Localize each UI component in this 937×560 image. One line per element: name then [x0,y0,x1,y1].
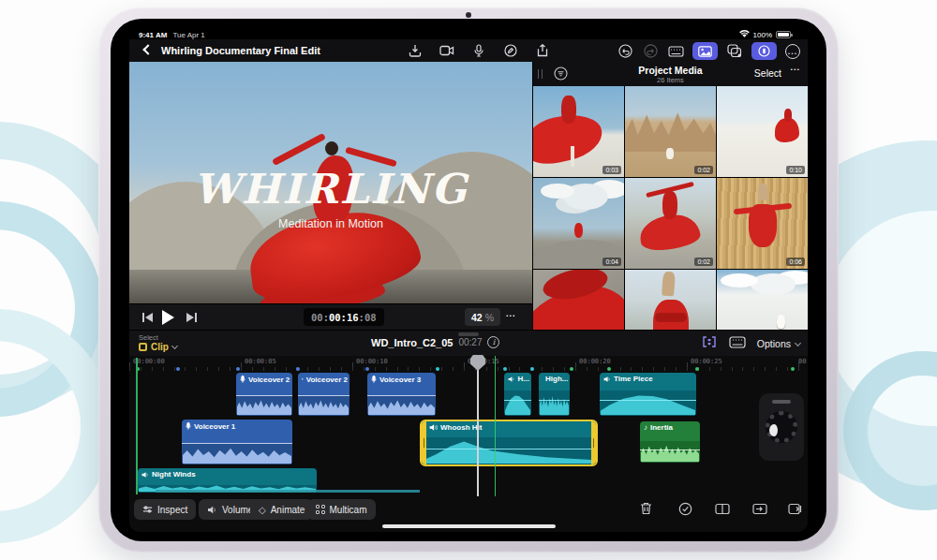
music-note-icon: ♪ [644,423,647,432]
timeline-clip[interactable]: High... [539,373,570,416]
connect-clip-icon[interactable] [714,500,731,517]
clip-duration-badge: 0:04 [602,258,621,266]
media-thumbnail[interactable] [717,270,808,330]
title-overlay: WHIRLING [129,165,532,213]
bottom-toolbar: Inspect Volume ◇ Animate Multicam [129,496,808,524]
append-clip-icon[interactable] [787,500,804,517]
wifi-icon [739,30,750,39]
clip-duration-badge: 0:02 [694,166,713,174]
jog-pointer [769,424,778,436]
keyframe-marker [530,367,534,371]
multicam-grid-icon [316,505,325,514]
media-thumbnail[interactable]: 0:06 [717,178,808,269]
media-thumbnail[interactable]: 0:02 [625,86,716,177]
media-more-icon[interactable]: ... [790,66,800,69]
ruler-label: 00:00:30 [798,358,808,365]
timecode-display[interactable]: 00:00:16:08 [304,308,384,326]
dancer-arm-left [272,133,326,166]
keyframe-marker [570,367,573,371]
jog-wheel[interactable] [759,393,804,461]
media-thumbnail[interactable] [533,270,624,330]
insert-clip-icon[interactable] [751,500,768,517]
keyframe-marker [791,367,795,371]
timeline-clip-duration: 00:27 [458,337,482,347]
playhead-line[interactable] [477,358,479,496]
multicam-button[interactable]: Multicam [307,499,376,520]
keyframe-marker [607,367,611,371]
timeline-mode-label: Select [139,333,158,342]
animate-button[interactable]: ◇ Animate [250,499,313,520]
keyframe-diamond-icon: ◇ [259,505,266,515]
timeline-clip[interactable]: Voiceover 2 [236,373,292,416]
timeline-clip[interactable]: Voiceover 3 [367,373,436,416]
video-viewer[interactable]: WHIRLING Meditation in Motion [129,62,532,303]
media-browser-icon[interactable] [692,42,718,60]
ruler-label: 00:00:25 [691,358,722,365]
trim-handle-left[interactable] [422,421,426,464]
live-drawing-icon[interactable] [502,42,519,59]
status-date: Tue Apr 1 [172,31,204,39]
undo-icon[interactable] [617,43,633,60]
select-tool-icon [139,343,147,351]
timeline-clip[interactable]: Time Piece [600,373,696,416]
viewer-more-icon[interactable]: ... [506,312,516,316]
approve-check-icon[interactable] [677,500,693,517]
speaker-icon [207,506,217,514]
options-dropdown[interactable]: Options [757,338,800,349]
skimmer-line [495,356,496,496]
inspector-icon[interactable] [751,42,777,60]
inspect-icon [142,505,153,514]
timeline-header: Select Clip WD_Intro_C2_05 00:27 i Opt [129,330,808,356]
timeline-overview-icon[interactable] [701,335,718,352]
ruler-label: 00:00:10 [356,358,388,365]
share-icon[interactable] [534,42,551,59]
zoom-level-control[interactable]: 42 % [465,308,500,326]
chevron-down-icon [171,343,178,349]
ruler-label: 00:00:00 [133,358,165,365]
timeline-clip[interactable]: Voiceover 2 [298,373,350,416]
timeline-ruler[interactable]: 00:00:00 00:00:05 00:00:10 00:00:15 00:0… [129,356,808,371]
clip-appearance-icon[interactable] [729,335,746,352]
media-panel-header: Project Media 26 Items Select ... [533,62,808,86]
back-chevron-icon[interactable] [142,44,153,54]
media-thumbnail[interactable]: 0:03 [533,86,624,177]
tool-selector[interactable]: Clip [139,342,177,352]
previous-frame-icon[interactable] [142,313,154,322]
clip-duration-badge: 0:06 [786,258,805,266]
timeline-clip-selected[interactable]: Whoosh Hit [420,420,598,466]
app-toolbar: Whirling Documentary Final Edit [129,39,808,62]
trim-handle-right[interactable] [591,421,596,464]
clip-duration-badge: 0:02 [694,258,713,266]
keyframe-marker [176,367,180,371]
battery-percent: 100% [753,31,772,39]
keyboard-icon[interactable] [667,43,684,60]
status-time: 9:41 AM [139,31,167,39]
timeline-clip[interactable]: ♪Inertia [640,421,700,463]
media-thumbnail[interactable] [625,270,716,330]
inspect-button[interactable]: Inspect [134,499,196,520]
media-thumbnail[interactable]: 0:10 [717,86,808,177]
more-menu-icon[interactable]: ... [785,44,800,59]
media-thumbnail[interactable]: 0:02 [625,178,716,269]
front-camera [466,12,471,18]
timeline-clip[interactable]: Voiceover 1 [182,420,292,464]
delete-icon[interactable] [637,500,654,517]
clips-overlay-icon[interactable] [726,43,743,60]
timeline-clip[interactable]: H... [504,373,531,416]
next-frame-icon[interactable] [186,313,197,322]
keyframe-marker [695,367,699,371]
media-thumbnail[interactable]: 0:04 [533,178,624,269]
chevron-down-icon [795,339,801,346]
timeline-clip-name: WD_Intro_C2_05 [371,337,453,348]
info-icon[interactable]: i [487,336,499,348]
import-icon[interactable] [407,42,424,59]
select-button[interactable]: Select [754,67,781,79]
record-video-icon[interactable] [439,42,455,59]
keyframe-marker [436,367,439,371]
home-indicator[interactable] [382,524,556,528]
record-voiceover-icon[interactable] [470,42,487,59]
transport-bar: 00:00:16:08 42 % ... [129,303,532,330]
play-icon[interactable] [162,310,174,325]
clip-duration-badge: 0:10 [786,166,805,174]
redo-icon[interactable] [642,43,659,60]
